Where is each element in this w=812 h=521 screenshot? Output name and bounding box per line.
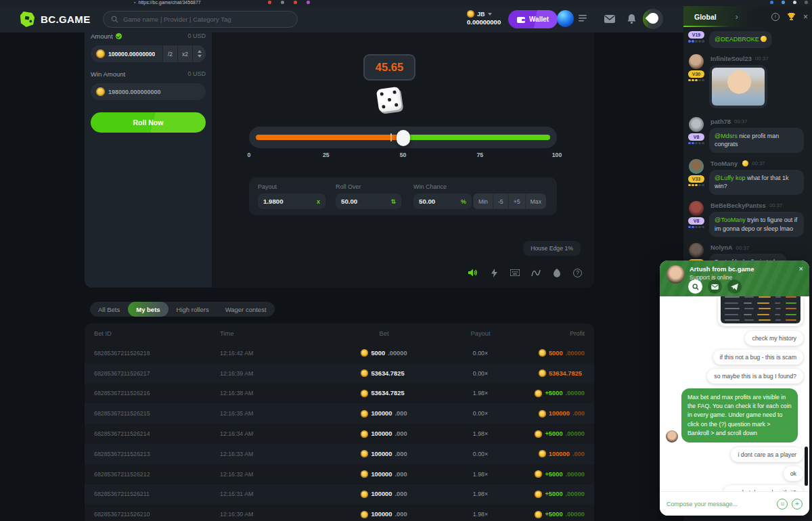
- payout-input[interactable]: 1.9800 x: [258, 194, 325, 209]
- avatar[interactable]: [689, 117, 704, 132]
- seed-icon[interactable]: [552, 268, 562, 277]
- bc-game-logo[interactable]: BC.GAME: [19, 11, 91, 28]
- bets-tab[interactable]: All Bets: [90, 302, 128, 317]
- bet-row[interactable]: 68285367211526210 12:16:30 AM 100000.000…: [85, 504, 594, 521]
- search-input[interactable]: [123, 16, 279, 23]
- amount-input[interactable]: 100000.00000000: [91, 45, 162, 62]
- winchance-quick-button[interactable]: +5: [508, 194, 525, 209]
- amount-stepper[interactable]: [192, 45, 206, 62]
- support-search-icon[interactable]: [688, 279, 702, 294]
- winchance-quick-button[interactable]: Max: [525, 194, 546, 209]
- close-chat-icon[interactable]: ×: [803, 13, 808, 21]
- bet-row[interactable]: 68285367211526213 12:16:33 AM 100000.000…: [85, 444, 594, 464]
- col-payout: Payout: [447, 330, 514, 337]
- avatar[interactable]: [689, 201, 704, 216]
- winchance-value: 50.00: [419, 198, 435, 205]
- currency-selector[interactable]: JB 0.00000000: [467, 10, 501, 26]
- bets-tab[interactable]: High rollers: [168, 302, 217, 317]
- username[interactable]: path78: [710, 118, 731, 125]
- bet-payout: 1.98×: [447, 390, 514, 397]
- vip-progress-dots: [688, 226, 704, 229]
- message-time: 00:37: [736, 245, 750, 251]
- winchance-quick-button[interactable]: Min: [473, 194, 493, 209]
- close-support-icon[interactable]: ×: [799, 265, 803, 273]
- col-bet: Bet: [321, 330, 447, 337]
- bet-row[interactable]: 68285367211526211 12:16:31 AM 100000.000…: [85, 484, 594, 505]
- mention-link[interactable]: @DEADBROKE: [715, 36, 759, 43]
- win-amount-input[interactable]: 198000.000000000: [91, 83, 206, 100]
- winchance-input[interactable]: 50.00 %: [413, 194, 472, 209]
- username[interactable]: NolynA: [710, 244, 733, 251]
- mention-link[interactable]: @Mdsrs: [715, 133, 738, 139]
- user-avatar[interactable]: [557, 10, 574, 27]
- half-bet-button[interactable]: /2: [162, 45, 177, 62]
- sound-icon[interactable]: [468, 268, 478, 277]
- bet-row[interactable]: 68285367211526212 12:16:32 AM 100000.000…: [85, 464, 594, 484]
- bet-amount: 100000.000: [321, 410, 447, 417]
- swap-icon[interactable]: ⇅: [390, 198, 396, 205]
- scale-label: 75: [476, 152, 483, 158]
- bet-row[interactable]: 68285367211526214 12:16:34 AM 100000.000…: [85, 424, 594, 444]
- percent-unit: %: [461, 198, 466, 205]
- help-icon[interactable]: ?: [573, 269, 582, 277]
- wallet-button[interactable]: Wallet: [508, 10, 558, 28]
- attach-icon[interactable]: +: [792, 499, 803, 509]
- bonus-icon[interactable]: [643, 9, 663, 29]
- avatar[interactable]: [689, 243, 704, 258]
- winchance-quick-button[interactable]: -5: [493, 194, 508, 209]
- username[interactable]: BeBeBeckyPantss: [710, 202, 766, 209]
- game-search[interactable]: [103, 11, 298, 28]
- chevron-right-icon[interactable]: ›: [736, 12, 738, 22]
- bets-table-body: 68285367211526218 12:16:42 AM 5000.00000…: [85, 343, 594, 521]
- chat-screenshot-thumbnail[interactable]: [718, 296, 803, 326]
- support-scrollbar[interactable]: [805, 447, 808, 486]
- coin-icon: [361, 410, 368, 417]
- bell-icon[interactable]: [627, 14, 636, 24]
- trends-icon[interactable]: [531, 268, 541, 277]
- roll-slider[interactable]: [249, 127, 557, 148]
- roll-now-button[interactable]: Roll Now: [91, 112, 206, 133]
- mail-icon[interactable]: [604, 14, 615, 24]
- chat-room-title[interactable]: Global: [694, 13, 717, 21]
- bet-profit: +5000.00000: [514, 491, 594, 498]
- mention-link[interactable]: @Luffy kop: [715, 175, 746, 181]
- chat-rules-icon[interactable]: !: [771, 13, 780, 21]
- favicon: [281, 1, 284, 4]
- support-message-input[interactable]: [667, 501, 773, 507]
- bet-row[interactable]: 68285367211526217 12:16:39 AM 53634.7825…: [85, 363, 594, 384]
- bc-game-logo-icon: [19, 11, 36, 28]
- hotkeys-icon[interactable]: [510, 268, 520, 277]
- double-bet-button[interactable]: x2: [177, 45, 192, 62]
- chat-image[interactable]: [712, 68, 765, 106]
- bet-time: 12:16:39 AM: [220, 370, 321, 377]
- address-bar[interactable]: ▪ https://bc.game/chat/3456877: [134, 0, 201, 5]
- bets-tab[interactable]: My bets: [128, 302, 168, 317]
- turbo-icon[interactable]: [489, 268, 499, 277]
- slider-handle[interactable]: [397, 130, 410, 146]
- rollover-input[interactable]: 50.00 ⇅: [336, 194, 401, 209]
- coin-icon: [539, 369, 546, 377]
- trophy-icon[interactable]: [787, 12, 796, 21]
- browser-tabs-favicons[interactable]: [268, 1, 310, 4]
- bet-params-panel: Payout 1.9800 x Roll Over 50.00 ⇅ Win Ch…: [249, 177, 557, 215]
- menu-icon[interactable]: [579, 15, 587, 22]
- browser-extensions[interactable]: [770, 1, 808, 4]
- emoji-picker-icon[interactable]: [777, 499, 788, 509]
- support-email-icon[interactable]: [708, 279, 722, 294]
- bet-row[interactable]: 68285367211526216 12:16:38 AM 53634.7825…: [85, 384, 594, 404]
- avatar[interactable]: [689, 54, 704, 69]
- message-bubble: @Mdsrs nice profit man congrats: [709, 128, 804, 153]
- chat-header: Global › ! ×: [683, 6, 812, 27]
- bet-amount: 100000.000: [321, 511, 447, 518]
- mention-link[interactable]: @TooMany: [715, 217, 746, 223]
- bet-row[interactable]: 68285367211526218 12:16:42 AM 5000.00000…: [85, 343, 594, 363]
- support-telegram-icon[interactable]: [727, 279, 742, 294]
- username[interactable]: TooMany: [710, 160, 738, 167]
- avatar[interactable]: [689, 159, 704, 174]
- bet-row[interactable]: 68285367211526215 12:16:35 AM 100000.000…: [85, 403, 594, 424]
- scale-label: 0: [248, 152, 251, 158]
- bets-tab[interactable]: Wager contest: [217, 302, 275, 317]
- slider-track[interactable]: [256, 135, 550, 140]
- username[interactable]: InfiniteSoul23: [710, 55, 752, 62]
- col-profit: Profit: [514, 330, 594, 337]
